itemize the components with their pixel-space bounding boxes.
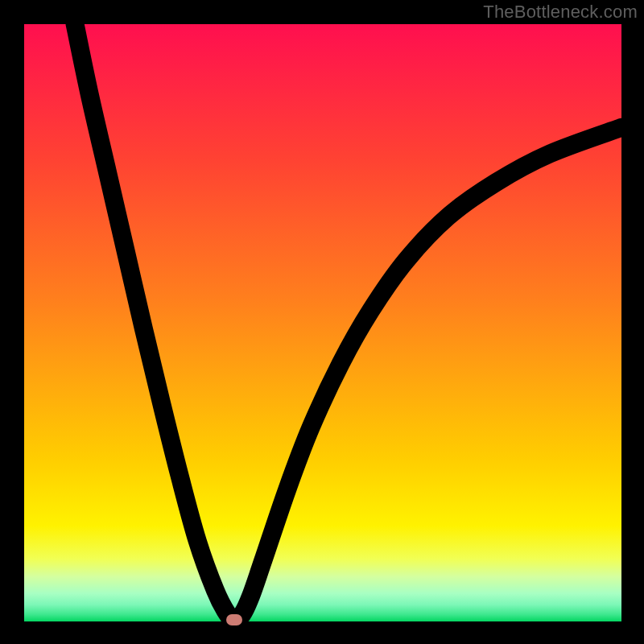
plot-area bbox=[24, 24, 621, 621]
bottleneck-curve-path bbox=[75, 24, 621, 620]
chart-frame: TheBottleneck.com bbox=[0, 0, 644, 644]
watermark-text: TheBottleneck.com bbox=[483, 2, 638, 23]
curve-svg bbox=[24, 24, 621, 621]
